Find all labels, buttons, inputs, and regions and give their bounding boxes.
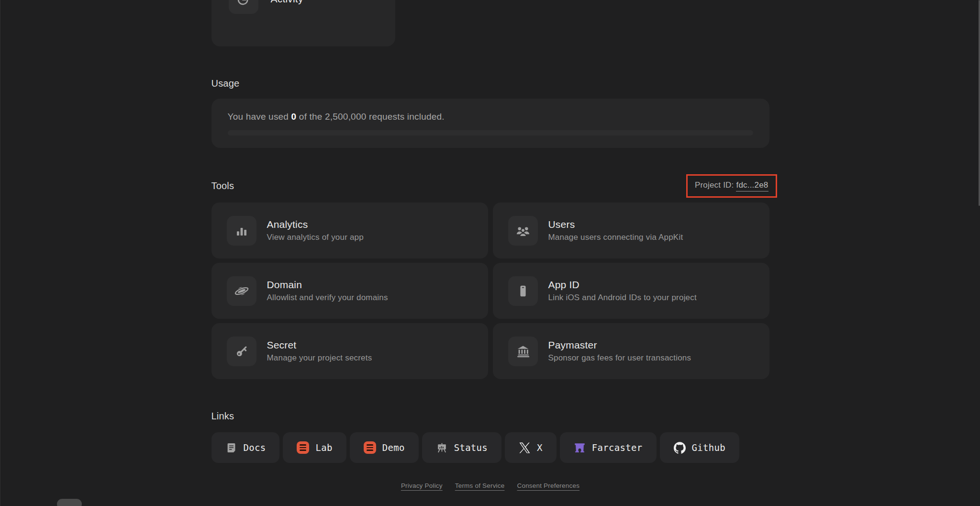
activity-label: Activity — [271, 0, 303, 5]
project-id-value[interactable]: fdc...2e8 — [736, 180, 768, 191]
usage-heading: Usage — [212, 78, 769, 89]
status-link-button[interactable]: Status — [422, 432, 501, 463]
smartphone-icon — [515, 283, 531, 299]
docs-icon — [225, 442, 237, 454]
tool-title: Paymaster — [548, 339, 691, 351]
usage-progress-bar — [228, 130, 753, 135]
links-heading: Links — [212, 411, 769, 422]
reown-demo-icon — [364, 441, 376, 454]
tool-title: Analytics — [267, 219, 364, 230]
tool-subtitle: Manage your project secrets — [267, 353, 372, 363]
farcaster-icon — [574, 442, 586, 454]
terms-of-service-link[interactable]: Terms of Service — [455, 482, 505, 489]
usage-used-count: 0 — [291, 112, 297, 122]
planet-icon — [234, 283, 249, 299]
tool-subtitle: Allowlist and verify your domains — [267, 293, 388, 303]
tool-title: Secret — [267, 339, 372, 351]
github-icon — [674, 442, 686, 454]
activity-card[interactable]: Activity — [212, 0, 395, 46]
docs-link-button[interactable]: Docs — [212, 432, 280, 463]
tool-title: App ID — [548, 279, 697, 291]
clock-history-icon — [236, 0, 251, 7]
footer: Privacy Policy Terms of Service Consent … — [212, 482, 769, 489]
reown-lab-icon — [297, 441, 309, 454]
github-link-button[interactable]: Github — [660, 432, 739, 463]
lab-link-button[interactable]: Lab — [283, 432, 346, 463]
links-row: Docs Lab Demo Status X — [212, 432, 769, 463]
project-id-highlight-box: Project ID: fdc...2e8 — [686, 174, 777, 198]
key-icon — [234, 344, 249, 359]
bank-icon — [515, 344, 531, 359]
tool-card-users[interactable]: Users Manage users connecting via AppKit — [493, 202, 769, 259]
activity-icon-tile — [229, 0, 258, 14]
tool-title: Users — [548, 219, 683, 230]
tool-subtitle: Link iOS and Android IDs to your project — [548, 293, 697, 303]
tool-subtitle: Manage users connecting via AppKit — [548, 233, 683, 242]
tool-subtitle: Sponsor gas fees for user transactions — [548, 353, 691, 363]
usage-card: You have used 0 of the 2,500,000 request… — [212, 99, 769, 148]
farcaster-link-button[interactable]: Farcaster — [560, 432, 657, 463]
demo-link-button[interactable]: Demo — [350, 432, 419, 463]
bar-chart-icon — [234, 223, 249, 238]
privacy-policy-link[interactable]: Privacy Policy — [401, 482, 443, 489]
x-link-button[interactable]: X — [505, 432, 557, 463]
users-icon — [515, 223, 531, 238]
main-content: Activity Usage You have used 0 of the 2,… — [212, 0, 769, 489]
tool-card-paymaster[interactable]: Paymaster Sponsor gas fees for user tran… — [493, 323, 769, 379]
tool-card-domain[interactable]: Domain Allowlist and verify your domains — [212, 263, 488, 319]
chat-widget-button[interactable] — [57, 499, 82, 506]
tool-subtitle: View analytics of your app — [267, 233, 364, 242]
tool-card-secret[interactable]: Secret Manage your project secrets — [212, 323, 488, 379]
usage-summary: You have used 0 of the 2,500,000 request… — [228, 112, 753, 122]
tools-heading: Tools — [212, 180, 234, 191]
tool-card-analytics[interactable]: Analytics View analytics of your app — [212, 202, 488, 259]
x-icon — [519, 442, 531, 454]
project-id-label: Project ID: — [695, 180, 734, 190]
status-icon — [436, 442, 448, 454]
tools-grid: Analytics View analytics of your app Use… — [212, 202, 769, 379]
tool-title: Domain — [267, 279, 388, 291]
tool-card-app-id[interactable]: App ID Link iOS and Android IDs to your … — [493, 263, 769, 319]
consent-preferences-link[interactable]: Consent Preferences — [517, 482, 579, 489]
